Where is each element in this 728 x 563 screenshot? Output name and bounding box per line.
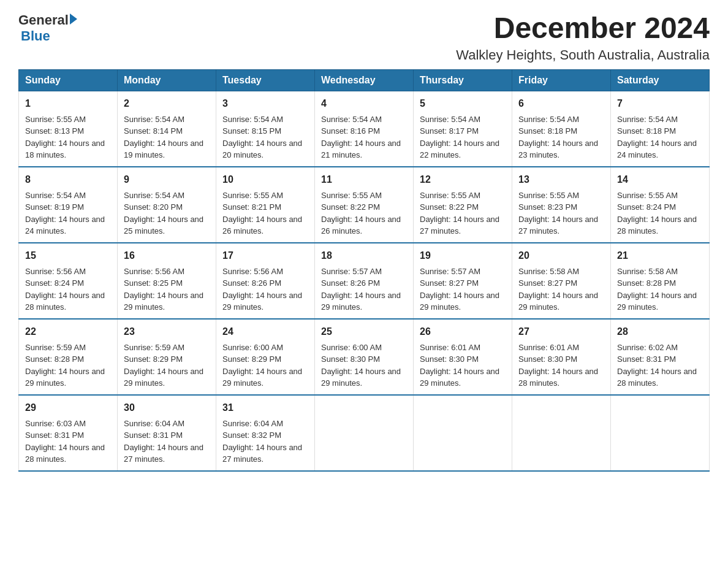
day-info: Sunrise: 5:54 AMSunset: 8:16 PMDaylight:… — [321, 113, 407, 161]
calendar-cell: 18 Sunrise: 5:57 AMSunset: 8:26 PMDaylig… — [315, 243, 414, 319]
day-number: 11 — [321, 172, 407, 187]
day-number: 20 — [518, 248, 604, 263]
calendar-cell: 10 Sunrise: 5:55 AMSunset: 8:21 PMDaylig… — [216, 167, 315, 243]
calendar-cell: 22 Sunrise: 5:59 AMSunset: 8:28 PMDaylig… — [19, 319, 118, 395]
calendar-cell: 15 Sunrise: 5:56 AMSunset: 8:24 PMDaylig… — [19, 243, 118, 319]
day-info: Sunrise: 6:04 AMSunset: 8:32 PMDaylight:… — [222, 418, 308, 465]
weekday-header-sunday: Sunday — [19, 69, 118, 91]
day-info: Sunrise: 6:03 AMSunset: 8:31 PMDaylight:… — [25, 418, 111, 465]
calendar-cell: 4 Sunrise: 5:54 AMSunset: 8:16 PMDayligh… — [315, 91, 414, 167]
day-number: 3 — [222, 96, 308, 111]
calendar-cell: 21 Sunrise: 5:58 AMSunset: 8:28 PMDaylig… — [611, 243, 710, 319]
calendar-table: SundayMondayTuesdayWednesdayThursdayFrid… — [18, 69, 710, 472]
calendar-cell: 19 Sunrise: 5:57 AMSunset: 8:27 PMDaylig… — [414, 243, 512, 319]
day-info: Sunrise: 5:54 AMSunset: 8:20 PMDaylight:… — [124, 190, 210, 237]
day-number: 12 — [420, 172, 506, 187]
day-number: 10 — [222, 172, 308, 187]
calendar-cell: 3 Sunrise: 5:54 AMSunset: 8:15 PMDayligh… — [216, 91, 315, 167]
weekday-header-thursday: Thursday — [414, 69, 512, 91]
day-info: Sunrise: 5:56 AMSunset: 8:24 PMDaylight:… — [25, 266, 111, 313]
logo: General Blue — [18, 12, 77, 44]
day-info: Sunrise: 6:02 AMSunset: 8:31 PMDaylight:… — [617, 342, 703, 389]
calendar-cell — [315, 395, 414, 471]
day-info: Sunrise: 5:54 AMSunset: 8:15 PMDaylight:… — [222, 113, 308, 161]
calendar-cell: 14 Sunrise: 5:55 AMSunset: 8:24 PMDaylig… — [611, 167, 710, 243]
calendar-cell: 6 Sunrise: 5:54 AMSunset: 8:18 PMDayligh… — [512, 91, 611, 167]
calendar-cell: 29 Sunrise: 6:03 AMSunset: 8:31 PMDaylig… — [19, 395, 118, 471]
calendar-cell: 8 Sunrise: 5:54 AMSunset: 8:19 PMDayligh… — [19, 167, 118, 243]
calendar-cell: 20 Sunrise: 5:58 AMSunset: 8:27 PMDaylig… — [512, 243, 611, 319]
calendar-week-row: 22 Sunrise: 5:59 AMSunset: 8:28 PMDaylig… — [19, 319, 710, 395]
calendar-subtitle: Walkley Heights, South Australia, Austra… — [456, 47, 710, 63]
calendar-cell: 16 Sunrise: 5:56 AMSunset: 8:25 PMDaylig… — [118, 243, 216, 319]
calendar-cell: 2 Sunrise: 5:54 AMSunset: 8:14 PMDayligh… — [118, 91, 216, 167]
calendar-cell — [414, 395, 512, 471]
day-info: Sunrise: 5:56 AMSunset: 8:26 PMDaylight:… — [222, 266, 308, 313]
day-number: 6 — [518, 96, 604, 111]
day-number: 8 — [25, 172, 111, 187]
calendar-cell: 24 Sunrise: 6:00 AMSunset: 8:29 PMDaylig… — [216, 319, 315, 395]
day-info: Sunrise: 5:58 AMSunset: 8:27 PMDaylight:… — [518, 266, 604, 313]
calendar-cell: 30 Sunrise: 6:04 AMSunset: 8:31 PMDaylig… — [118, 395, 216, 471]
day-number: 18 — [321, 248, 407, 263]
day-number: 2 — [124, 96, 210, 111]
calendar-cell: 1 Sunrise: 5:55 AMSunset: 8:13 PMDayligh… — [19, 91, 118, 167]
calendar-cell: 9 Sunrise: 5:54 AMSunset: 8:20 PMDayligh… — [118, 167, 216, 243]
day-number: 23 — [124, 324, 210, 339]
weekday-header-monday: Monday — [118, 69, 216, 91]
day-number: 21 — [617, 248, 703, 263]
day-number: 24 — [222, 324, 308, 339]
day-number: 16 — [124, 248, 210, 263]
day-number: 31 — [222, 400, 308, 415]
day-info: Sunrise: 5:54 AMSunset: 8:18 PMDaylight:… — [617, 113, 703, 161]
calendar-cell: 11 Sunrise: 5:55 AMSunset: 8:22 PMDaylig… — [315, 167, 414, 243]
day-info: Sunrise: 5:59 AMSunset: 8:28 PMDaylight:… — [25, 342, 111, 389]
calendar-cell: 23 Sunrise: 5:59 AMSunset: 8:29 PMDaylig… — [118, 319, 216, 395]
logo-text-general: General — [18, 12, 69, 28]
day-info: Sunrise: 5:57 AMSunset: 8:27 PMDaylight:… — [420, 266, 506, 313]
day-info: Sunrise: 5:57 AMSunset: 8:26 PMDaylight:… — [321, 266, 407, 313]
day-number: 15 — [25, 248, 111, 263]
calendar-cell — [611, 395, 710, 471]
day-info: Sunrise: 6:00 AMSunset: 8:30 PMDaylight:… — [321, 342, 407, 389]
calendar-week-row: 15 Sunrise: 5:56 AMSunset: 8:24 PMDaylig… — [19, 243, 710, 319]
day-info: Sunrise: 5:54 AMSunset: 8:19 PMDaylight:… — [25, 190, 111, 237]
calendar-week-row: 8 Sunrise: 5:54 AMSunset: 8:19 PMDayligh… — [19, 167, 710, 243]
day-info: Sunrise: 5:58 AMSunset: 8:28 PMDaylight:… — [617, 266, 703, 313]
logo-text-blue: Blue — [21, 28, 50, 44]
calendar-week-row: 29 Sunrise: 6:03 AMSunset: 8:31 PMDaylig… — [19, 395, 710, 471]
weekday-header-tuesday: Tuesday — [216, 69, 315, 91]
day-number: 13 — [518, 172, 604, 187]
day-number: 30 — [124, 400, 210, 415]
calendar-cell: 27 Sunrise: 6:01 AMSunset: 8:30 PMDaylig… — [512, 319, 611, 395]
day-info: Sunrise: 6:01 AMSunset: 8:30 PMDaylight:… — [518, 342, 604, 389]
day-info: Sunrise: 6:04 AMSunset: 8:31 PMDaylight:… — [124, 418, 210, 465]
logo-arrow-icon — [70, 13, 77, 25]
weekday-header-saturday: Saturday — [611, 69, 710, 91]
day-info: Sunrise: 5:55 AMSunset: 8:22 PMDaylight:… — [321, 190, 407, 237]
day-number: 26 — [420, 324, 506, 339]
calendar-cell — [512, 395, 611, 471]
weekday-header-row: SundayMondayTuesdayWednesdayThursdayFrid… — [19, 69, 710, 91]
day-info: Sunrise: 5:55 AMSunset: 8:13 PMDaylight:… — [25, 113, 111, 161]
day-number: 25 — [321, 324, 407, 339]
weekday-header-friday: Friday — [512, 69, 611, 91]
day-info: Sunrise: 5:54 AMSunset: 8:17 PMDaylight:… — [420, 113, 506, 161]
calendar-cell: 12 Sunrise: 5:55 AMSunset: 8:22 PMDaylig… — [414, 167, 512, 243]
day-number: 5 — [420, 96, 506, 111]
day-number: 28 — [617, 324, 703, 339]
day-info: Sunrise: 5:55 AMSunset: 8:21 PMDaylight:… — [222, 190, 308, 237]
day-info: Sunrise: 6:00 AMSunset: 8:29 PMDaylight:… — [222, 342, 308, 389]
day-number: 1 — [25, 96, 111, 111]
calendar-week-row: 1 Sunrise: 5:55 AMSunset: 8:13 PMDayligh… — [19, 91, 710, 167]
day-info: Sunrise: 6:01 AMSunset: 8:30 PMDaylight:… — [420, 342, 506, 389]
weekday-header-wednesday: Wednesday — [315, 69, 414, 91]
calendar-cell: 25 Sunrise: 6:00 AMSunset: 8:30 PMDaylig… — [315, 319, 414, 395]
day-number: 4 — [321, 96, 407, 111]
day-info: Sunrise: 5:56 AMSunset: 8:25 PMDaylight:… — [124, 266, 210, 313]
day-info: Sunrise: 5:54 AMSunset: 8:14 PMDaylight:… — [124, 113, 210, 161]
day-number: 27 — [518, 324, 604, 339]
day-info: Sunrise: 5:59 AMSunset: 8:29 PMDaylight:… — [124, 342, 210, 389]
page-header: General Blue December 2024 Walkley Heigh… — [18, 12, 710, 63]
day-info: Sunrise: 5:55 AMSunset: 8:24 PMDaylight:… — [617, 190, 703, 237]
